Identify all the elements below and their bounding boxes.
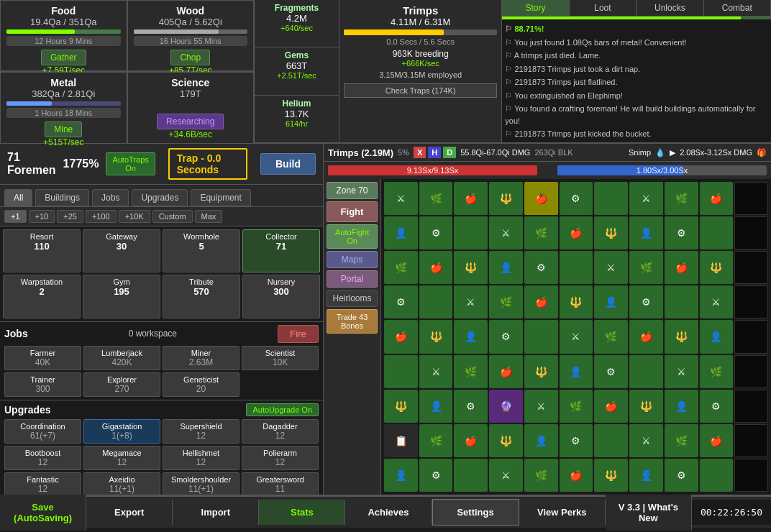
fight-button[interactable]: Fight bbox=[327, 201, 378, 222]
tab-all[interactable]: All bbox=[4, 189, 32, 206]
building-resort[interactable]: Resort 110 bbox=[3, 229, 81, 272]
battle-cell-54[interactable] bbox=[734, 320, 768, 353]
battle-cell-64[interactable]: 🌿 bbox=[700, 355, 734, 388]
battle-cell-17[interactable]: 🔱 bbox=[594, 216, 628, 249]
battle-cell-2[interactable]: 🍎 bbox=[454, 182, 488, 215]
battle-cell-59[interactable]: 🔱 bbox=[524, 355, 558, 388]
battle-cell-38[interactable]: 🔱 bbox=[560, 285, 593, 318]
battle-cell-18[interactable]: 👤 bbox=[629, 216, 663, 249]
battle-cell-52[interactable]: 🔱 bbox=[665, 320, 698, 353]
battle-cell-14[interactable]: ⚔ bbox=[489, 216, 523, 249]
battle-cell-60[interactable]: 👤 bbox=[560, 355, 593, 388]
fire-button[interactable]: Fire bbox=[278, 325, 319, 343]
battle-cell-56[interactable]: ⚔ bbox=[419, 355, 453, 388]
export-button[interactable]: Export bbox=[86, 500, 173, 525]
battle-cell-93[interactable]: 🍎 bbox=[560, 459, 593, 492]
version-button[interactable]: V 3.3 | What's New bbox=[606, 495, 692, 531]
filter-custom[interactable]: Custom bbox=[152, 210, 193, 223]
autofight-button[interactable]: AutoFight On bbox=[327, 224, 378, 249]
tab-equipment[interactable]: Equipment bbox=[191, 189, 250, 206]
battle-cell-12[interactable]: ⚙ bbox=[419, 216, 453, 249]
battle-cell-45[interactable]: 🔱 bbox=[419, 320, 453, 353]
battle-cell-47[interactable]: ⚙ bbox=[489, 320, 523, 353]
battle-cell-61[interactable]: ⚙ bbox=[594, 355, 628, 388]
battle-cell-87[interactable] bbox=[734, 424, 768, 457]
building-tribute[interactable]: Tribute 570 bbox=[163, 275, 240, 318]
building-nursery[interactable]: Nursery 300 bbox=[242, 275, 320, 318]
battle-cell-8[interactable]: 🌿 bbox=[665, 182, 698, 215]
battle-cell-34[interactable] bbox=[419, 285, 453, 318]
tab-story[interactable]: Story bbox=[502, 0, 569, 16]
battle-cell-91[interactable]: ⚔ bbox=[489, 459, 523, 492]
battle-cell-3[interactable]: 🔱 bbox=[489, 182, 523, 215]
battle-cell-75[interactable]: ⚙ bbox=[700, 390, 734, 423]
upgrade-supershield[interactable]: Supershield 12 bbox=[163, 419, 239, 444]
battle-cell-37[interactable]: 🍎 bbox=[524, 285, 558, 318]
battle-cell-20[interactable] bbox=[700, 216, 734, 249]
battle-cell-81[interactable]: 👤 bbox=[524, 424, 558, 457]
battle-cell-50[interactable]: 🌿 bbox=[594, 320, 628, 353]
battle-cell-94[interactable]: 🔱 bbox=[594, 459, 628, 492]
battle-cell-19[interactable]: ⚙ bbox=[665, 216, 698, 249]
battle-cell-46[interactable]: 👤 bbox=[454, 320, 488, 353]
battle-cell-24[interactable]: 🔱 bbox=[454, 251, 488, 284]
upgrade-fantastic[interactable]: Fantastic 12 bbox=[4, 472, 81, 495]
filter-25[interactable]: +25 bbox=[57, 210, 83, 223]
battle-cell-84[interactable]: ⚔ bbox=[629, 424, 663, 457]
upgrade-dagadder[interactable]: Dagadder 12 bbox=[242, 419, 319, 444]
save-button[interactable]: Save (AutoSaving) bbox=[0, 495, 86, 531]
battle-cell-36[interactable]: 🌿 bbox=[489, 285, 523, 318]
battle-cell-39[interactable]: 👤 bbox=[594, 285, 628, 318]
battle-cell-35[interactable]: ⚔ bbox=[454, 285, 488, 318]
import-button[interactable]: Import bbox=[173, 500, 259, 525]
battle-cell-72[interactable]: 🍎 bbox=[594, 390, 628, 423]
autoupgrade-button[interactable]: AutoUpgrade On bbox=[246, 403, 319, 416]
x-button[interactable]: X bbox=[414, 147, 426, 158]
filter-100[interactable]: +100 bbox=[86, 210, 117, 223]
battle-cell-28[interactable]: ⚔ bbox=[594, 251, 628, 284]
battle-cell-1[interactable]: 🌿 bbox=[419, 182, 453, 215]
portal-button[interactable]: Portal bbox=[327, 270, 378, 288]
battle-cell-95[interactable]: 👤 bbox=[629, 459, 663, 492]
battle-cell-98[interactable] bbox=[734, 459, 768, 492]
battle-cell-79[interactable]: 🍎 bbox=[454, 424, 488, 457]
battle-cell-25[interactable]: 👤 bbox=[489, 251, 523, 284]
mine-button[interactable]: Mine bbox=[45, 121, 82, 137]
building-wormhole[interactable]: Wormhole 5 bbox=[163, 229, 240, 272]
job-explorer[interactable]: Explorer 270 bbox=[83, 372, 160, 397]
heirlooms-button[interactable]: Heirlooms bbox=[327, 290, 378, 307]
job-geneticist[interactable]: Geneticist 20 bbox=[163, 372, 239, 397]
building-collector[interactable]: Collector 71 bbox=[242, 229, 320, 272]
battle-cell-30[interactable]: 🍎 bbox=[665, 251, 698, 284]
battle-cell-29[interactable]: 🌿 bbox=[629, 251, 663, 284]
filter-10[interactable]: +10 bbox=[29, 210, 55, 223]
battle-cell-55[interactable] bbox=[384, 355, 418, 388]
upgrade-smoldershoulder[interactable]: Smoldershoulder 11(+1) bbox=[163, 472, 239, 495]
battle-cell-32[interactable] bbox=[734, 251, 768, 284]
filter-max[interactable]: Max bbox=[195, 210, 223, 223]
job-miner[interactable]: Miner 2.63M bbox=[163, 346, 239, 370]
maps-button[interactable]: Maps bbox=[327, 251, 378, 268]
building-gateway[interactable]: Gateway 30 bbox=[83, 229, 160, 272]
upgrade-polierarm[interactable]: Polierarm 12 bbox=[242, 446, 319, 470]
battle-cell-42[interactable]: ⚔ bbox=[700, 285, 734, 318]
battle-cell-68[interactable]: ⚙ bbox=[454, 390, 488, 423]
battle-cell-31[interactable]: 🔱 bbox=[700, 251, 734, 284]
upgrade-megamace[interactable]: Megamace 12 bbox=[83, 446, 160, 470]
building-gym[interactable]: Gym 195 bbox=[83, 275, 160, 318]
upgrade-coordination[interactable]: Coordination 61(+7) bbox=[4, 419, 81, 444]
battle-cell-66[interactable]: 🔱 bbox=[384, 390, 418, 423]
battle-cell-40[interactable]: ⚙ bbox=[629, 285, 663, 318]
battle-cell-58[interactable]: 🍎 bbox=[489, 355, 523, 388]
upgrade-greatersword[interactable]: Greatersword 11 bbox=[242, 472, 319, 495]
researching-button[interactable]: Researching bbox=[157, 114, 224, 129]
battle-cell-16[interactable]: 🍎 bbox=[560, 216, 593, 249]
battle-cell-65[interactable] bbox=[734, 355, 768, 388]
battle-cell-33[interactable]: ⚙ bbox=[384, 285, 418, 318]
upgrade-bootboost[interactable]: Bootboost 12 bbox=[4, 446, 81, 470]
tab-unlocks[interactable]: Unlocks bbox=[637, 0, 703, 16]
battle-cell-22[interactable]: 🌿 bbox=[384, 251, 418, 284]
stats-button[interactable]: Stats bbox=[259, 500, 345, 525]
battle-cell-51[interactable]: 🍎 bbox=[629, 320, 663, 353]
battle-cell-6[interactable] bbox=[594, 182, 628, 215]
